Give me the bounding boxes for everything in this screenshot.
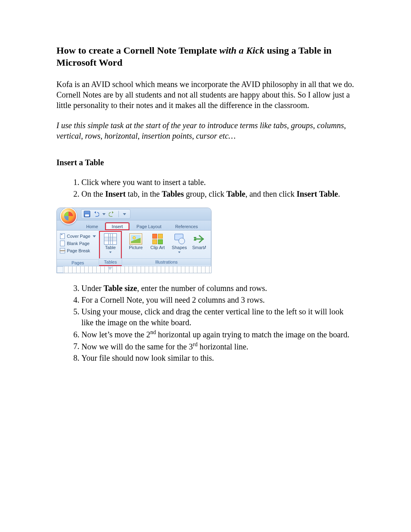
shapes-button[interactable]: Shapes [170, 233, 189, 254]
document-page: How to create a Cornell Note Template wi… [0, 0, 411, 532]
group-label-tables: Tables [99, 258, 122, 265]
step-6: Now let’s move the 2nd horizontal up aga… [81, 329, 355, 340]
qat-customize-dropdown-icon[interactable] [123, 213, 126, 215]
indent-marker-icon[interactable] [108, 267, 112, 270]
tab-references[interactable]: References [168, 222, 205, 230]
ribbon-groups: Cover Page Blank Page Page Break [57, 231, 211, 266]
group-pages: Cover Page Blank Page Page Break [57, 231, 99, 266]
section-heading-insert-table: Insert a Table [56, 158, 355, 167]
step-1: Click where you want to insert a table. [81, 177, 355, 188]
steps-list-bottom: Under Table size, enter the number of co… [56, 283, 355, 364]
save-icon[interactable] [84, 211, 90, 217]
shapes-icon [174, 234, 185, 244]
chevron-down-icon [109, 251, 112, 253]
step-8: Your file should now look similar to thi… [81, 353, 355, 364]
horizontal-ruler [57, 266, 211, 273]
page-title: How to create a Cornell Note Template wi… [56, 44, 355, 69]
chevron-down-icon [93, 235, 96, 237]
clip-art-icon [152, 234, 163, 244]
intro-italic-paragraph: I use this simple task at the start of t… [56, 120, 355, 141]
ruler-ticks [64, 266, 211, 273]
ruler-corner [57, 266, 63, 273]
title-pre: How to create a Cornell Note Template [56, 45, 219, 56]
svg-rect-1 [60, 251, 65, 253]
group-label-pages: Pages [57, 259, 99, 266]
title-italic: with a Kick [219, 45, 264, 56]
tab-home[interactable]: Home [79, 222, 105, 230]
page-break-button[interactable]: Page Break [60, 248, 90, 254]
step-2: On the Insert tab, in the Tables group, … [81, 189, 355, 200]
svg-rect-3 [194, 239, 196, 241]
step-7: Now we will do the same for the 3rd hori… [81, 341, 355, 352]
undo-dropdown-icon[interactable] [102, 213, 106, 215]
group-label-illustrations: Illustrations [122, 258, 211, 265]
table-icon [104, 233, 117, 245]
word-ribbon-screenshot: Home Insert Page Layout References Cover… [56, 208, 212, 273]
undo-icon[interactable] [93, 211, 99, 217]
group-illustrations: Picture Clip Art Shapes [122, 231, 211, 266]
page-break-icon [60, 248, 65, 254]
blank-page-button[interactable]: Blank Page [60, 241, 89, 246]
svg-rect-0 [60, 248, 65, 250]
chevron-down-icon [178, 251, 181, 253]
picture-icon [129, 233, 142, 245]
intro-paragraph: Kofa is an AVID school which means we in… [56, 79, 355, 110]
ribbon-titlebar [57, 208, 211, 220]
steps-list-top: Click where you want to insert a table. … [56, 177, 355, 200]
blank-page-icon [60, 241, 65, 246]
step-4: For a Cornell Note, you will need 2 colu… [81, 295, 355, 305]
tab-insert[interactable]: Insert [105, 222, 130, 230]
tab-page-layout[interactable]: Page Layout [130, 222, 168, 230]
step-3: Under Table size, enter the number of co… [81, 283, 355, 294]
clip-art-button[interactable]: Clip Art [148, 233, 167, 251]
cover-page-button[interactable]: Cover Page [60, 233, 96, 239]
table-button[interactable]: Table [101, 233, 120, 254]
cover-page-icon [60, 233, 65, 239]
quick-access-toolbar [81, 209, 131, 219]
qat-separator [118, 211, 119, 217]
step-5: Using your mouse, click and drag the cen… [81, 306, 355, 328]
office-button-icon[interactable] [60, 208, 77, 224]
ribbon: Home Insert Page Layout References Cover… [56, 208, 212, 273]
picture-button[interactable]: Picture [126, 233, 145, 251]
group-tables: Table Tables [99, 231, 122, 266]
smartart-button[interactable]: SmartArt [191, 233, 207, 251]
smartart-icon [193, 233, 206, 245]
svg-rect-2 [194, 237, 196, 238]
ribbon-tabstrip: Home Insert Page Layout References [57, 220, 211, 231]
redo-icon[interactable] [109, 211, 114, 217]
